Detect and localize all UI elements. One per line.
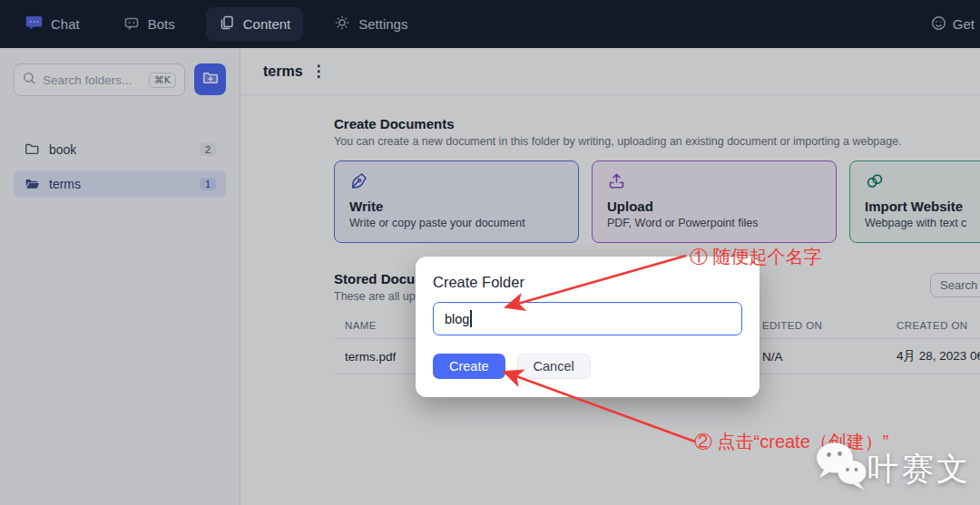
folder-name-value: blog (445, 312, 469, 326)
folder-name-input[interactable]: blog (433, 302, 742, 335)
modal-backdrop[interactable] (0, 0, 980, 505)
modal-title: Create Folder (433, 274, 742, 291)
create-folder-modal: Create Folder blog Create Cancel (416, 257, 760, 397)
create-button[interactable]: Create (433, 354, 505, 379)
text-caret (470, 310, 472, 327)
cancel-button[interactable]: Cancel (517, 354, 591, 379)
